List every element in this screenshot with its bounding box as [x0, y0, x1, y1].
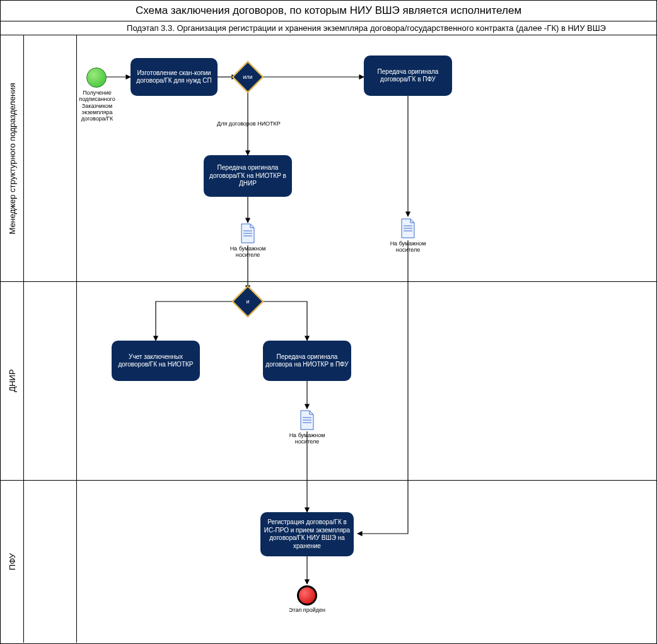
gateway-or: или [236, 66, 259, 88]
lane-label-manager: Менеджер структурного подразделения [1, 35, 24, 281]
task-pass-to-pfu-text: Передача оригинала договора/ГК в ПФУ [366, 68, 450, 84]
lane-label-dnir-text: ДНИР [8, 369, 17, 392]
task-pass-to-pfu-2: Передача оригинала договора на НИОТКР в … [263, 341, 351, 381]
task-pass-to-dnir: Передача оригинала договора/ГК на НИОТКР… [204, 155, 292, 197]
end-event [297, 585, 317, 606]
page-title-text: Схема заключения договоров, по которым Н… [136, 4, 521, 17]
swimlanes: Менеджер структурного подразделения ДНИР… [1, 35, 656, 643]
annotation-for-niotkr: Для договоров НИОТКР [212, 120, 285, 127]
lane-label-dnir: ДНИР [1, 281, 24, 480]
annotation-paper-1: На бумажном носителе [229, 245, 267, 259]
lane-inner-column [76, 35, 77, 643]
task-pass-to-dnir-text: Передача оригинала договора/ГК на НИОТКР… [206, 164, 289, 188]
task-account-contracts-text: Учет заключенных договоров/ГК на НИОТКР [114, 353, 197, 369]
document-icon [299, 410, 315, 430]
task-pass-to-pfu: Передача оригинала договора/ГК в ПФУ [364, 56, 452, 96]
task-account-contracts: Учет заключенных договоров/ГК на НИОТКР [112, 341, 200, 381]
task-scan-copy: Изготовление скан-копии договора/ГК для … [131, 58, 218, 96]
task-pass-to-pfu-2-text: Передача оригинала договора на НИОТКР в … [265, 353, 349, 369]
gateway-and-label: и [236, 290, 259, 313]
page-subtitle-text: Подэтап 3.3. Организация регистрации и х… [127, 23, 606, 33]
task-register-text: Регистрация договора/ГК в ИС-ПРО и прием… [263, 518, 351, 550]
end-event-label: Этап пройден [284, 607, 330, 613]
start-event [86, 67, 107, 88]
lane-label-pfu: ПФУ [1, 480, 24, 643]
gateway-or-label: или [236, 66, 259, 88]
diagram-page: Схема заключения договоров, по которым Н… [0, 0, 657, 644]
annotation-paper-2: На бумажном носителе [288, 432, 326, 445]
annotation-paper-3: На бумажном носителе [389, 240, 427, 254]
gateway-and: и [236, 290, 259, 313]
diagram-canvas: Получение подписанного Заказчиком экземп… [23, 35, 656, 643]
start-event-label: Получение подписанного Заказчиком экземп… [73, 90, 122, 122]
document-icon [240, 223, 256, 243]
page-title: Схема заключения договоров, по которым Н… [1, 1, 656, 21]
page-subtitle: Подэтап 3.3. Организация регистрации и х… [1, 21, 656, 35]
lane-label-manager-text: Менеджер структурного подразделения [8, 83, 17, 234]
task-scan-copy-text: Изготовление скан-копии договора/ГК для … [133, 69, 215, 85]
lane-label-pfu-text: ПФУ [8, 553, 17, 570]
task-register: Регистрация договора/ГК в ИС-ПРО и прием… [260, 512, 354, 556]
document-icon [400, 218, 416, 238]
